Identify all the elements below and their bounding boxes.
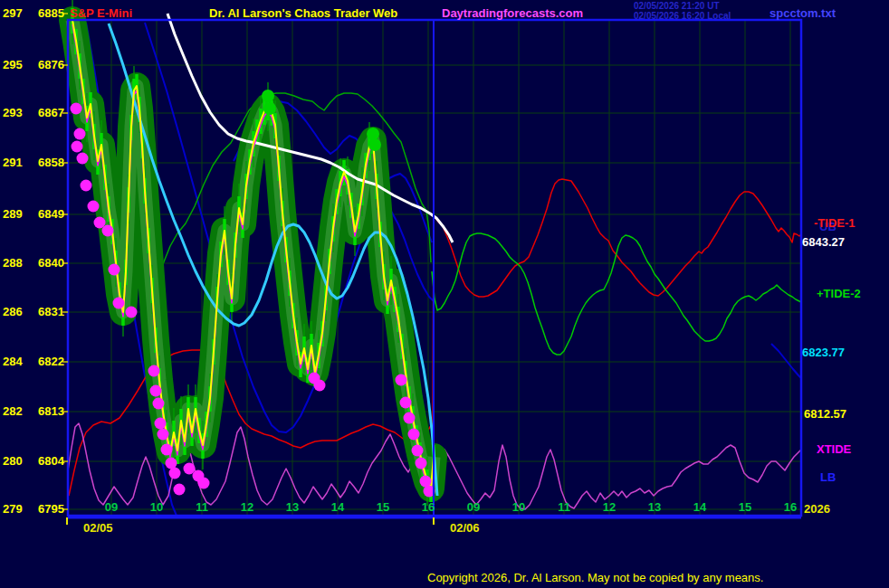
price-axis-row: 2806804 [3, 454, 64, 468]
magenta-swing-dot [408, 429, 420, 441]
hour-tick-label: 12 [235, 500, 259, 514]
daytradingforecasts-link[interactable]: Daytradingforecasts.com [442, 6, 583, 20]
price-axis-row: 2956876 [3, 58, 64, 71]
magenta-swing-dot [396, 375, 407, 386]
hour-tick-label: 12 [597, 500, 621, 514]
hour-tick-label: 09 [462, 500, 485, 514]
magenta-swing-dot [150, 385, 162, 397]
magenta-swing-dot [416, 458, 427, 469]
price-axis-value: 6804 [38, 454, 64, 468]
chaos-trader-chart-page: { "header": { "sp_label": "S&P E-Mini", … [0, 0, 889, 588]
tide1-label: -TIDE-1 [814, 216, 856, 230]
price-axis-value: 6813 [38, 404, 64, 418]
price-axis-row: 2796795 [3, 502, 64, 516]
magenta-swing-dot [174, 484, 186, 496]
magenta-swing-dot [77, 153, 89, 165]
mid-value: 6823.77 [802, 346, 845, 359]
magenta-swing-dot [109, 264, 120, 276]
hour-tick-label: 13 [281, 500, 304, 514]
magenta-swing-dot [314, 380, 326, 392]
price-axis-points: 295 [3, 58, 23, 71]
price-axis-points: 288 [3, 256, 23, 270]
green-swing-dot [263, 102, 276, 115]
price-axis-points: 297 [3, 6, 23, 20]
magenta-swing-dot [71, 103, 82, 115]
price-axis-value: 6885 [38, 6, 64, 20]
magenta-swing-dot [88, 201, 100, 213]
hour-tick-label: 11 [190, 500, 214, 514]
magenta-swing-dot [153, 398, 165, 410]
price-axis-points: 279 [3, 502, 23, 516]
series-tide2-green [432, 233, 801, 355]
price-axis-points: 291 [3, 156, 23, 169]
price-axis-points: 284 [3, 355, 23, 368]
price-axis-value: 6858 [38, 156, 64, 169]
tide2-label: +TIDE-2 [817, 287, 861, 300]
magenta-swing-dot [169, 468, 181, 479]
low-value: 6812.57 [804, 407, 846, 421]
magenta-swing-dot [113, 298, 125, 309]
hour-tick-label: 10 [507, 500, 531, 514]
price-axis-value: 6849 [38, 207, 64, 221]
magenta-swing-dot [148, 365, 160, 377]
magenta-swing-dot [412, 445, 424, 457]
hour-tick-label: 11 [552, 500, 576, 514]
green-swing-dot [368, 138, 381, 151]
green-swing-dot [367, 128, 379, 140]
price-axis-value: 6822 [38, 355, 64, 368]
magenta-swing-dot [72, 141, 83, 153]
hour-tick-label: 09 [100, 500, 123, 514]
price-axis-value: 6795 [38, 502, 64, 516]
price-axis-value: 6876 [38, 58, 64, 71]
magenta-swing-dot [400, 397, 412, 409]
timestamp-local: 02/05/2026 16:20 Local [634, 11, 731, 21]
series-blue-band-right [771, 344, 801, 378]
price-axis-value: 6867 [38, 106, 64, 119]
spcctom-file-link[interactable]: spcctom.txt [770, 6, 836, 20]
copyright-notice: Copyright 2026, Dr. Al Larson. May not b… [427, 571, 763, 584]
price-axis-row: 2826813 [3, 404, 64, 418]
year-label: 2026 [804, 502, 830, 516]
price-axis-row: 2916858 [3, 156, 64, 169]
magenta-swing-dot [198, 478, 210, 489]
price-axis-points: 280 [3, 454, 23, 468]
green-swing-dot [262, 90, 274, 102]
price-axis-value: 6840 [38, 256, 64, 270]
price-axis-points: 286 [3, 305, 23, 318]
magenta-swing-dot [126, 307, 138, 318]
xtide-label: XTIDE [817, 442, 851, 456]
magenta-swing-dot [74, 128, 86, 140]
magenta-swing-dot [155, 418, 167, 430]
magenta-swing-dot [158, 429, 169, 441]
magenta-swing-dot [81, 180, 92, 192]
date-label: 02/05 [83, 521, 113, 535]
symbol-label: S&P E-Mini [70, 6, 132, 20]
lower-band-label: LB [820, 470, 836, 484]
price-axis-value: 6831 [38, 305, 64, 318]
date-label: 02/06 [450, 521, 480, 535]
price-axis-row: 2866831 [3, 305, 64, 318]
price-axis-row: 2976885 [3, 6, 64, 20]
hour-tick-label: 14 [688, 500, 712, 514]
hour-tick-label: 15 [733, 500, 757, 514]
magenta-swing-dot [404, 413, 416, 424]
price-axis-points: 289 [3, 207, 23, 221]
price-axis-points: 282 [3, 404, 23, 418]
price-axis-row: 2896849 [3, 207, 64, 221]
hour-tick-label: 14 [326, 500, 349, 514]
hour-tick-label: 16 [779, 500, 802, 514]
hour-tick-label: 13 [643, 500, 666, 514]
magenta-swing-dot [161, 444, 173, 456]
hour-tick-label: 15 [371, 500, 395, 514]
price-axis-row: 2936867 [3, 106, 64, 119]
price-axis-points: 293 [3, 106, 23, 119]
hour-tick-label: 10 [145, 500, 168, 514]
price-axis-row: 2886840 [3, 256, 64, 270]
tide1-value: 6843.27 [802, 235, 845, 249]
magenta-swing-dot [102, 225, 114, 237]
page-title: Dr. Al Larson's Chaos Trader Web [209, 6, 397, 20]
price-axis-row: 2846822 [3, 355, 64, 368]
hour-tick-label: 16 [416, 500, 440, 514]
timestamp-ut: 02/05/2026 21:20 UT [634, 1, 720, 11]
